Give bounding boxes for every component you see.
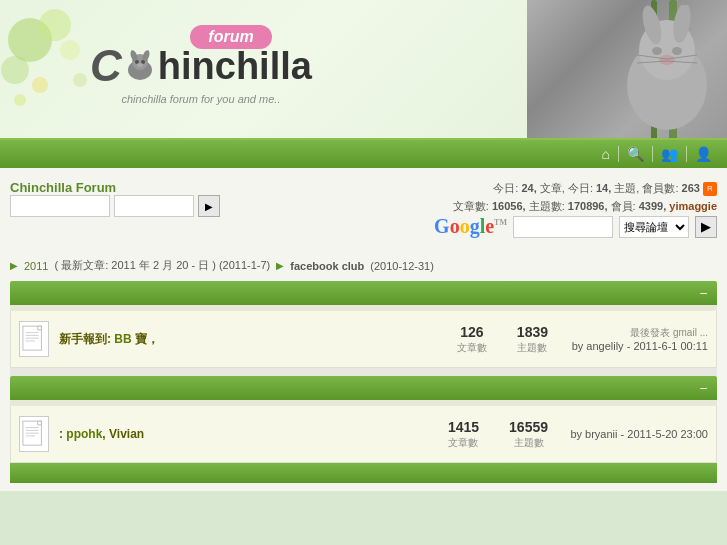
forum-doc-icon-2	[19, 416, 49, 452]
doc-icon-svg-1	[22, 324, 46, 356]
forum-title-link[interactable]: Chinchilla Forum	[10, 180, 116, 195]
svg-point-18	[652, 47, 662, 55]
logo-subtitle: chinchilla forum for you and me..	[121, 93, 280, 105]
nav-divider-3	[686, 146, 687, 162]
svg-marker-26	[38, 326, 42, 330]
svg-point-5	[14, 94, 26, 106]
google-logo: GoogleTM	[434, 215, 507, 238]
breadcrumb-section-detail: (2010-12-31)	[370, 260, 434, 272]
site-header: forum C hinchilla chinchilla forum for y…	[0, 0, 727, 140]
rabbit-illustration	[527, 0, 727, 140]
online-user-link[interactable]: yimaggie	[669, 200, 717, 212]
logo-c: C	[90, 41, 122, 91]
svg-point-19	[672, 47, 682, 55]
google-go-button[interactable]: ▶	[695, 216, 717, 238]
svg-point-13	[137, 63, 143, 67]
svg-point-2	[1, 56, 29, 84]
site-logo: forum C hinchilla chinchilla forum for y…	[90, 25, 312, 105]
svg-point-6	[73, 73, 87, 87]
breadcrumb-year-link[interactable]: 2011	[24, 260, 48, 272]
forum-name-part-1: ppohk	[66, 427, 102, 441]
breadcrumb-arrow-1: ▶	[10, 260, 18, 271]
section-spacer	[10, 368, 717, 376]
stat-posts-1: 126 文章數	[457, 324, 487, 355]
breadcrumb-arrow-2: ▶	[276, 260, 284, 271]
forum-info-2: : ppohk, Vivian	[59, 427, 438, 441]
stat-topics-num-2: 16559	[509, 419, 548, 435]
forum-name-link-1[interactable]: 新手報到: BB 寶，	[59, 332, 159, 346]
last-post-2: by bryanii - 2011-5-20 23:00	[558, 428, 708, 440]
stat-posts-num-1: 126	[457, 324, 487, 340]
header-rabbit	[527, 0, 727, 140]
section-dash-1: –	[700, 286, 707, 300]
stat-topics-label-1: 主題數	[517, 342, 547, 353]
forum-info-1: 新手報到: BB 寶，	[59, 331, 447, 348]
logo-chinchilla-icon	[122, 48, 158, 84]
nav-icon-4[interactable]: 👤	[695, 146, 712, 162]
nav-bar: ⌂ 🔍 👥 👤	[0, 140, 727, 168]
doc-icon-svg-2	[22, 419, 46, 451]
breadcrumb-section: facebook club	[290, 260, 364, 272]
stat-posts-2: 1415 文章數	[448, 419, 479, 450]
last-post-info-2: by bryanii - 2011-5-20 23:00	[558, 428, 708, 440]
stat-posts-label-2: 文章數	[448, 437, 478, 448]
stat-posts-label-1: 文章數	[457, 342, 487, 353]
svg-point-3	[60, 40, 80, 60]
stat-posts-num-2: 1415	[448, 419, 479, 435]
last-post-label-1: 最後發表 gmail ...	[558, 326, 708, 340]
svg-point-1	[39, 9, 71, 41]
stats-text-1: 今日: 24, 文章, 今日: 14, 主題, 會員數: 263	[493, 182, 700, 194]
rabbit-svg	[592, 5, 722, 135]
forum-doc-icon-1	[19, 321, 49, 357]
forum-stats-2: 1415 文章數 16559 主題數	[448, 419, 548, 450]
forum-row-2: : ppohk, Vivian 1415 文章數 16559 主題數 by br…	[10, 406, 717, 463]
forum-name-link-2[interactable]: : ppohk, Vivian	[59, 427, 144, 441]
section-header-1: –	[10, 281, 717, 305]
search-row: ▶	[10, 195, 220, 217]
main-content: Chinchilla Forum ▶ 今日: 24, 文章, 今日: 14, 主…	[0, 168, 727, 491]
search-button[interactable]: ▶	[198, 195, 220, 217]
breadcrumb-nav: ▶ 2011 ( 最新文章: 2011 年 2 月 20 - 日 ) (2011…	[10, 252, 717, 281]
rss-icon[interactable]: R	[703, 182, 717, 196]
search-input-2[interactable]	[114, 195, 194, 217]
forum-title-area: Chinchilla Forum ▶	[10, 180, 220, 223]
last-post-1: 最後發表 gmail ... by angelily - 2011-6-1 00…	[558, 326, 708, 352]
stat-topics-num-1: 1839	[517, 324, 548, 340]
svg-marker-32	[38, 421, 42, 425]
svg-point-20	[659, 55, 675, 65]
section-header-2: –	[10, 376, 717, 400]
top-bar: Chinchilla Forum ▶ 今日: 24, 文章, 今日: 14, 主…	[10, 176, 717, 246]
last-post-info-1: by angelily - 2011-6-1 00:11	[558, 340, 708, 352]
stat-topics-2: 16559 主題數	[509, 419, 548, 450]
nav-divider-1	[618, 146, 619, 162]
nav-icon-2[interactable]: 🔍	[627, 146, 644, 162]
nav-divider-2	[652, 146, 653, 162]
stat-topics-label-2: 主題數	[514, 437, 544, 448]
search-input-1[interactable]	[10, 195, 110, 217]
google-search-select[interactable]: 搜尋論壇 搜尋網頁	[619, 216, 689, 238]
forum-stats-1: 126 文章數 1839 主題數	[457, 324, 548, 355]
stats-area: 今日: 24, 文章, 今日: 14, 主題, 會員數: 263 R 文章數: …	[434, 180, 717, 215]
section-dash-2: –	[700, 381, 707, 395]
svg-point-4	[32, 77, 48, 93]
nav-icon-1[interactable]: ⌂	[602, 146, 610, 162]
breadcrumb-year-detail: ( 最新文章: 2011 年 2 月 20 - 日 ) (2011-1-7)	[54, 258, 270, 273]
forum-row-1: 新手報到: BB 寶， 126 文章數 1839 主題數 最後發表 gmail …	[10, 311, 717, 368]
bottom-bar	[10, 463, 717, 483]
stats-and-google: 今日: 24, 文章, 今日: 14, 主題, 會員數: 263 R 文章數: …	[434, 180, 717, 242]
stats-text-2: 文章數: 16056, 主題數: 170896, 會員: 4399,	[453, 200, 666, 212]
google-search-input[interactable]	[513, 216, 613, 238]
logo-chinchilla-text: hinchilla	[158, 45, 312, 88]
forum-badge: forum	[190, 25, 271, 49]
google-row: GoogleTM 搜尋論壇 搜尋網頁 ▶	[434, 215, 717, 238]
stat-topics-1: 1839 主題數	[517, 324, 548, 355]
page-wrapper: forum C hinchilla chinchilla forum for y…	[0, 0, 727, 491]
nav-icon-3[interactable]: 👥	[661, 146, 678, 162]
